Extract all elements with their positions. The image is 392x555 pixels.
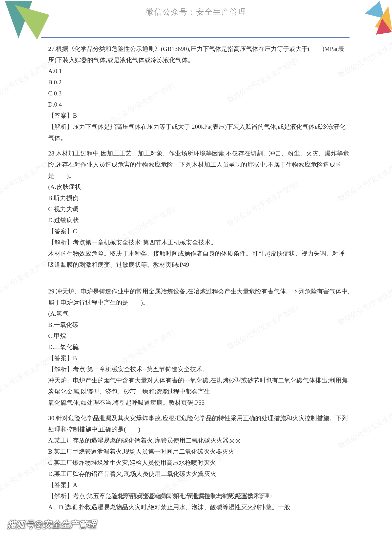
analysis-label: 【解析】 <box>48 366 73 373</box>
question-option: C.0.3 <box>48 88 350 99</box>
analysis-label: 【解析】 <box>48 239 73 246</box>
question-block: 28.木材加工过程中,因加工工艺、加工对象、作业场所环境等因素,不仅存在切割、冲… <box>48 148 350 281</box>
answer-label: 【答案】 <box>48 482 73 488</box>
question-analysis: 【解析】压力下气体是指高压气体在压力等于或大于 200kPa(表压)下装入贮器的… <box>48 121 350 143</box>
analysis-text: 压力下气体是指高压气体在压力等于或大于 200kPa(表压)下装入贮器的气体,或… <box>48 123 346 141</box>
question-option: B.0.2 <box>48 77 350 88</box>
main-content: 27.根据《化学品分类和危险性公示通则》(GB13690),压力下气体是指高压气… <box>48 43 350 517</box>
decoration-top-right <box>350 0 392 37</box>
question-option: B.一氧化碳 <box>48 319 350 330</box>
question-answer: 【答案】A <box>48 479 350 490</box>
question-option: D.过敏病状 <box>48 215 350 226</box>
answer-value: C <box>73 228 77 235</box>
question-analysis: 【解析】考点第一章机械安全技术-第四节木工机械安全技术。 木材的生物效应危险。取… <box>48 237 350 270</box>
question-option: D.二氧化硫 <box>48 341 350 353</box>
question-option: C.甲烷 <box>48 330 350 341</box>
header-divider <box>41 37 350 38</box>
svg-marker-2 <box>365 1 385 19</box>
analysis-text: 考点:第一章机械安全技术--第五节铸造安全技术。 冲天炉、电炉产生的烟气中含有大… <box>48 366 348 406</box>
answer-value: A <box>73 482 77 488</box>
question-answer: 【答案】B <box>48 353 350 364</box>
answer-value: B <box>73 112 77 119</box>
sohu-attribution: 搜狐号@安全生产管理 <box>7 517 96 533</box>
question-block: 29.冲天炉、电炉是铸造作业中的常用金属冶炼设备,在冶炼过程会产生大量危险有害气… <box>48 286 350 408</box>
question-option: D.0.4 <box>48 99 350 110</box>
question-analysis: 【解析】考点:第一章机械安全技术--第五节铸造安全技术。 冲天炉、电炉产生的烟气… <box>48 364 350 408</box>
question-option: A.某工厂存放的遇湿易燃的碳化钙着火,库管员使用二氧化碳灭火器灭火 <box>48 435 350 446</box>
question-option: C.视力失调 <box>48 203 350 215</box>
question-block: 27.根据《化学品分类和危险性公示通则》(GB13690),压力下气体是指高压气… <box>48 43 350 143</box>
analysis-text: 考点第一章机械安全技术-第四节木工机械安全技术。 木材的生物效应危险。取决于木种… <box>48 239 345 268</box>
question-stem: 30.针对危险化学品泄漏及其火灾爆炸事故,应根据危险化学品的特性采用正确的处理措… <box>48 413 350 435</box>
answer-label: 【答案】 <box>48 355 73 361</box>
question-option: C.某工厂爆炸物堆垛发生火灾,巡检人员使用高压水枪喷时灭火 <box>48 457 350 468</box>
analysis-label: 【解析】 <box>48 493 73 499</box>
question-stem: 28.木材加工过程中,因加工工艺、加工对象、作业场所环境等因素,不仅存在切割、冲… <box>48 148 350 181</box>
answer-label: 【答案】 <box>48 112 73 119</box>
question-answer: 【答案】B <box>48 110 350 121</box>
question-option: (A.氢气 <box>48 308 350 319</box>
question-stem: 27.根据《化学品分类和危险性公示通则》(GB13690),压力下气体是指高压气… <box>48 43 350 66</box>
question-option: B.某工厂甲烷管道泄漏着火,现场人员第一时间用二氧化碳灭火器灭火 <box>48 446 350 457</box>
decoration-top-left <box>0 0 57 44</box>
question-option: A.0.1 <box>48 66 350 77</box>
question-answer: 【答案】C <box>48 226 350 237</box>
question-option: B.听力损伤 <box>48 192 350 203</box>
footer-text: 免费获取更多安全精品资料，请关注微信公众号（安全生产管理） <box>117 491 275 501</box>
answer-value: B <box>73 355 77 361</box>
answer-label: 【答案】 <box>48 228 73 235</box>
question-option: (A.皮肤症状 <box>48 181 350 192</box>
question-stem: 29.冲天炉、电炉是铸造作业中的常用金属冶炼设备,在冶炼过程会产生大量危险有害气… <box>48 286 350 308</box>
question-option: D.某工厂贮存的铝产品着火,现场人员使用二氧化碳大火翼灭火 <box>48 468 350 479</box>
header-watermark: 微信公众号：安全生产管理 <box>146 5 247 19</box>
analysis-label: 【解析】 <box>48 123 73 130</box>
